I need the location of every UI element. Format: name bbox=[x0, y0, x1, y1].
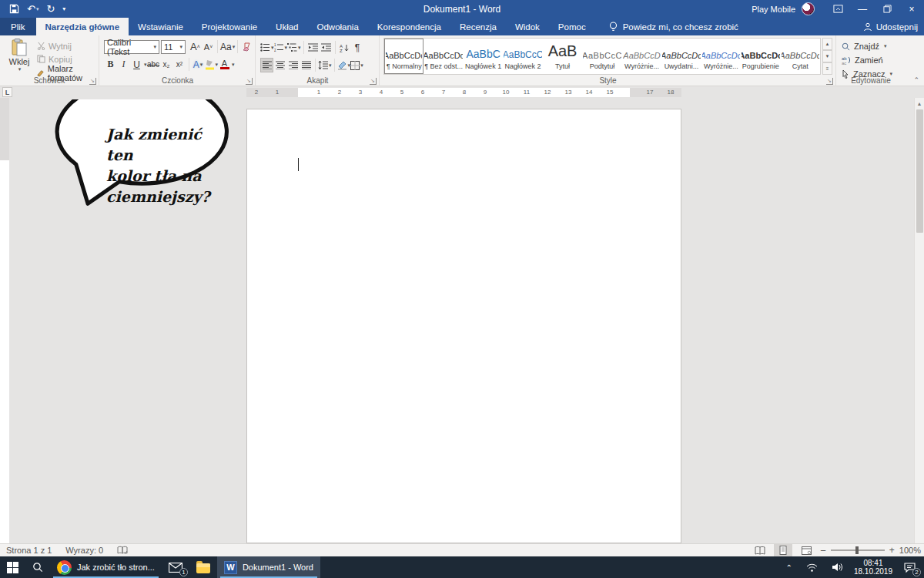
taskbar-chrome-window[interactable]: Jak zrobić tło stron... bbox=[50, 556, 162, 578]
taskbar-explorer-button[interactable] bbox=[189, 556, 217, 578]
numbering-button[interactable]: 12▾ bbox=[274, 40, 288, 55]
hidden-icons-button[interactable]: ⌃ bbox=[779, 556, 799, 578]
share-button[interactable]: Udostępnij bbox=[863, 18, 918, 35]
borders-button[interactable]: ▾ bbox=[350, 58, 363, 72]
read-mode-button[interactable] bbox=[751, 544, 769, 556]
strikethrough-button[interactable]: abc bbox=[147, 57, 160, 72]
taskbar-search-button[interactable] bbox=[25, 556, 50, 578]
styles-dialog-launcher-icon[interactable]: ↘ bbox=[826, 78, 833, 85]
font-color-dropdown-icon[interactable]: ▾ bbox=[232, 62, 235, 68]
tell-me-box[interactable]: Powiedz mi, co chcesz zrobić bbox=[601, 18, 746, 35]
zoom-in-button[interactable]: + bbox=[889, 545, 895, 556]
print-layout-button[interactable] bbox=[774, 544, 792, 556]
paste-button[interactable]: Wklej ▾ bbox=[5, 39, 33, 74]
style-subtitle[interactable]: AaBbCcCPodtytuł bbox=[582, 39, 621, 74]
start-button[interactable] bbox=[0, 556, 25, 578]
zoom-slider-thumb[interactable] bbox=[855, 546, 859, 554]
italic-button[interactable]: I bbox=[117, 57, 130, 72]
style-emphasis[interactable]: AaBbCcDcUwydatni... bbox=[661, 39, 701, 74]
tab-help[interactable]: Pomoc bbox=[549, 18, 595, 35]
underline-button[interactable]: U bbox=[130, 57, 143, 72]
styles-scroll-down-icon[interactable]: ▼ bbox=[822, 50, 832, 62]
account-name[interactable]: Play Mobile bbox=[752, 5, 795, 14]
align-center-button[interactable] bbox=[273, 58, 286, 72]
scroll-up-icon[interactable]: ▲ bbox=[915, 98, 924, 109]
action-center-button[interactable]: 2 bbox=[897, 556, 922, 578]
superscript-button[interactable]: x² bbox=[173, 57, 186, 72]
vertical-ruler[interactable] bbox=[0, 98, 9, 543]
find-button[interactable]: Znajdź▾ bbox=[842, 40, 892, 52]
paragraph-dialog-launcher-icon[interactable]: ↘ bbox=[370, 78, 377, 85]
shading-button[interactable]: ▾ bbox=[337, 58, 351, 72]
undo-icon[interactable]: ↶▾ bbox=[27, 4, 38, 14]
tab-references[interactable]: Odwołania bbox=[307, 18, 367, 35]
tab-stop-selector[interactable]: L bbox=[2, 87, 12, 97]
subscript-button[interactable]: x₂ bbox=[160, 57, 173, 72]
ribbon-display-options-icon[interactable] bbox=[825, 0, 850, 18]
zoom-slider[interactable] bbox=[831, 549, 885, 551]
style-normal[interactable]: AaBbCcDc¶ Normalny bbox=[384, 39, 424, 74]
bullets-button[interactable]: ▾ bbox=[260, 40, 274, 55]
close-button[interactable]: × bbox=[899, 0, 924, 18]
multilevel-list-button[interactable]: ▾ bbox=[287, 40, 301, 55]
tab-view[interactable]: Widok bbox=[506, 18, 549, 35]
minimize-button[interactable]: — bbox=[850, 0, 875, 18]
redo-icon[interactable]: ↻ bbox=[46, 4, 55, 14]
shrink-font-button[interactable]: A˅ bbox=[202, 39, 215, 54]
wifi-icon[interactable] bbox=[799, 556, 825, 578]
save-icon[interactable] bbox=[9, 4, 19, 14]
style-quote[interactable]: AaBbCcDcCytat bbox=[781, 39, 820, 74]
grow-font-button[interactable]: A˄ bbox=[189, 39, 202, 54]
avatar[interactable] bbox=[802, 2, 815, 15]
proofing-icon[interactable] bbox=[117, 546, 128, 555]
font-name-combo[interactable]: Calibri (Tekst▾ bbox=[104, 40, 159, 54]
restore-button[interactable] bbox=[875, 0, 899, 18]
text-effects-button[interactable]: A▾ bbox=[192, 57, 205, 72]
styles-more-icon[interactable]: ≡ bbox=[822, 62, 832, 75]
tab-file[interactable]: Plik bbox=[0, 18, 36, 35]
sort-button[interactable]: AZ bbox=[338, 40, 351, 55]
tab-review[interactable]: Recenzja bbox=[450, 18, 506, 35]
styles-scroll-up-icon[interactable]: ▲ bbox=[822, 38, 832, 50]
style-intense-emphasis[interactable]: AaBbCcDcWyróżnie... bbox=[701, 39, 741, 74]
style-title[interactable]: AaBTytuł bbox=[543, 39, 582, 74]
style-heading2[interactable]: AaBbCcCNagłówek 2 bbox=[503, 39, 542, 74]
tab-mailings[interactable]: Korespondencja bbox=[368, 18, 450, 35]
style-strong[interactable]: AaBbCcDcPogrubienie bbox=[741, 39, 780, 74]
tab-design[interactable]: Projektowanie bbox=[192, 18, 266, 35]
show-marks-button[interactable]: ¶ bbox=[351, 40, 364, 55]
font-color-button[interactable]: A bbox=[218, 57, 231, 72]
font-dialog-launcher-icon[interactable]: ↘ bbox=[246, 78, 253, 85]
line-spacing-button[interactable]: ▾ bbox=[318, 58, 332, 72]
document-page[interactable] bbox=[246, 109, 681, 543]
tab-home[interactable]: Narzędzia główne bbox=[36, 18, 129, 35]
taskbar-clock[interactable]: 08:41 18.10.2019 bbox=[849, 556, 897, 578]
justify-button[interactable] bbox=[300, 58, 313, 72]
clear-formatting-button[interactable] bbox=[240, 39, 253, 54]
style-heading1[interactable]: AaBbCNagłówek 1 bbox=[464, 39, 503, 74]
web-layout-button[interactable] bbox=[797, 544, 815, 556]
align-left-button[interactable] bbox=[260, 58, 273, 72]
replace-button[interactable]: abac Zamień bbox=[842, 54, 892, 66]
word-count[interactable]: Wyrazy: 0 bbox=[65, 546, 103, 555]
tab-layout[interactable]: Układ bbox=[266, 18, 307, 35]
zoom-level[interactable]: 100% bbox=[899, 546, 921, 555]
highlight-button[interactable]: ▾ bbox=[205, 57, 219, 72]
collapse-ribbon-icon[interactable]: ⌃ bbox=[913, 76, 919, 84]
page-indicator[interactable]: Strona 1 z 1 bbox=[6, 546, 52, 555]
change-case-button[interactable]: Aa▾ bbox=[220, 39, 235, 54]
align-right-button[interactable] bbox=[286, 58, 300, 72]
style-subtle-emphasis[interactable]: AaBbCcDWyróżnie... bbox=[622, 39, 661, 74]
font-size-combo[interactable]: 11▾ bbox=[161, 40, 186, 54]
paste-dropdown-icon[interactable]: ▾ bbox=[18, 66, 22, 72]
tab-insert[interactable]: Wstawianie bbox=[129, 18, 192, 35]
vertical-scrollbar[interactable]: ▲ bbox=[914, 98, 924, 543]
style-no-spacing[interactable]: AaBbCcDc¶ Bez odst... bbox=[424, 39, 463, 74]
customize-qat-icon[interactable]: ▾ bbox=[62, 6, 65, 12]
taskbar-mail-button[interactable]: 1 bbox=[162, 556, 189, 578]
zoom-out-button[interactable]: − bbox=[820, 545, 826, 556]
horizontal-ruler[interactable]: 2 1 1 2 3 4 5 6 7 8 9 10 11 12 13 14 15 … bbox=[246, 88, 681, 97]
increase-indent-button[interactable] bbox=[320, 40, 333, 55]
cut-button[interactable]: Wytnij bbox=[37, 40, 99, 52]
decrease-indent-button[interactable] bbox=[306, 40, 320, 55]
